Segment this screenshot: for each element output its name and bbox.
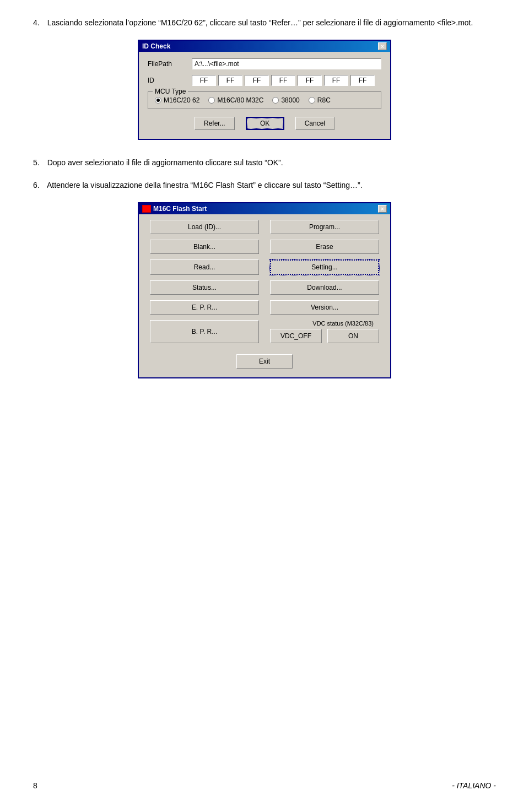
blank-button[interactable]: Blank... — [150, 240, 259, 254]
id-check-title: ID Check — [142, 42, 170, 50]
exit-row: Exit — [150, 354, 379, 369]
id-box-5: FF — [324, 75, 348, 86]
id-label: ID — [148, 77, 192, 84]
step5-text: 5. Dopo aver selezionato il file di aggi… — [33, 156, 496, 169]
radio-m16c-80-m32c[interactable]: M16C/80 M32C — [208, 96, 263, 104]
refer-button[interactable]: Refer... — [195, 117, 235, 130]
filepath-input[interactable] — [192, 58, 381, 69]
load-id-button[interactable]: Load (ID)... — [150, 220, 259, 234]
id-check-titlebar: ID Check × — [139, 41, 390, 52]
download-button[interactable]: Download... — [270, 280, 379, 295]
radio-r8c-label: R8C — [317, 96, 331, 104]
mcu-type-legend: MCU Type — [153, 88, 188, 95]
vdc-area: VDC status (M32C/83) VDC_OFF ON — [270, 320, 379, 343]
flash-close-button[interactable]: × — [378, 205, 387, 213]
flash-title: M16C Flash Start — [153, 205, 207, 213]
vdc-row: VDC_OFF ON — [270, 329, 379, 343]
flash-dialog-container: M16C Flash Start × Load (ID)... Program.… — [33, 202, 496, 378]
id-box-0: FF — [192, 75, 216, 86]
id-check-dialog: ID Check × FilePath ID FF FF FF FF — [138, 40, 391, 140]
radio-r8c-circle — [309, 97, 315, 104]
id-box-6: FF — [350, 75, 375, 86]
epr-button[interactable]: E. P. R... — [150, 300, 259, 315]
radio-m16c-80-m32c-label: M16C/80 M32C — [217, 96, 263, 104]
id-box-3: FF — [271, 75, 295, 86]
id-box-1: FF — [218, 75, 242, 86]
id-check-close-button[interactable]: × — [378, 42, 387, 50]
vdc-status-label: VDC status (M32C/83) — [270, 320, 379, 327]
id-row: ID FF FF FF FF FF FF FF — [148, 75, 381, 86]
id-check-body: FilePath ID FF FF FF FF FF FF FF — [139, 52, 390, 139]
exit-button[interactable]: Exit — [236, 354, 293, 369]
id-check-container: ID Check × FilePath ID FF FF FF FF — [33, 40, 496, 140]
page-footer: 8 - ITALIANO - — [0, 770, 529, 801]
filepath-row: FilePath — [148, 58, 381, 69]
read-button[interactable]: Read... — [150, 259, 259, 275]
on-button[interactable]: ON — [327, 329, 379, 343]
step6-text: 6. Attendere la visualizzazione della fi… — [33, 179, 496, 191]
id-box-2: FF — [245, 75, 269, 86]
radio-38000-label: 38000 — [281, 96, 299, 104]
radio-38000[interactable]: 38000 — [272, 96, 299, 104]
status-button[interactable]: Status... — [150, 280, 259, 295]
id-box-4: FF — [298, 75, 322, 86]
radio-m16c-20-62[interactable]: M16C/20 62 — [155, 96, 199, 104]
radio-r8c[interactable]: R8C — [309, 96, 331, 104]
page-number: 8 — [33, 781, 37, 790]
radio-m16c-80-m32c-circle — [208, 97, 215, 104]
cancel-button[interactable]: Cancel — [295, 117, 334, 130]
ok-button[interactable]: OK — [246, 117, 284, 130]
filepath-label: FilePath — [148, 60, 192, 68]
radio-m16c-20-62-label: M16C/20 62 — [164, 96, 199, 104]
radio-38000-circle — [272, 97, 279, 104]
flash-title-group: M16C Flash Start — [142, 205, 207, 213]
bpr-button[interactable]: B. P. R... — [150, 320, 259, 343]
page-language: - ITALIANO - — [452, 781, 496, 790]
mcu-radio-row: M16C/20 62 M16C/80 M32C 38000 R8C — [155, 96, 374, 104]
id-boxes: FF FF FF FF FF FF FF — [192, 75, 375, 86]
page-content: 4. Lasciando selezionata l’opzione “M16C… — [0, 0, 529, 412]
flash-title-icon — [142, 205, 151, 213]
step4-text: 4. Lasciando selezionata l’opzione “M16C… — [33, 17, 496, 29]
mcu-type-group: MCU Type M16C/20 62 M16C/80 M32C 3800 — [148, 91, 381, 109]
vdc-off-button[interactable]: VDC_OFF — [270, 329, 322, 343]
program-button[interactable]: Program... — [270, 220, 379, 234]
flash-buttons-grid: Load (ID)... Program... Blank... Erase R… — [139, 214, 390, 349]
radio-m16c-20-62-circle — [155, 97, 161, 104]
version-button[interactable]: Version... — [270, 300, 379, 315]
id-check-buttons: Refer... OK Cancel — [148, 117, 381, 130]
setting-button[interactable]: Setting... — [270, 259, 379, 275]
flash-titlebar: M16C Flash Start × — [139, 203, 390, 214]
flash-dialog: M16C Flash Start × Load (ID)... Program.… — [138, 202, 391, 378]
erase-button[interactable]: Erase — [270, 240, 379, 254]
